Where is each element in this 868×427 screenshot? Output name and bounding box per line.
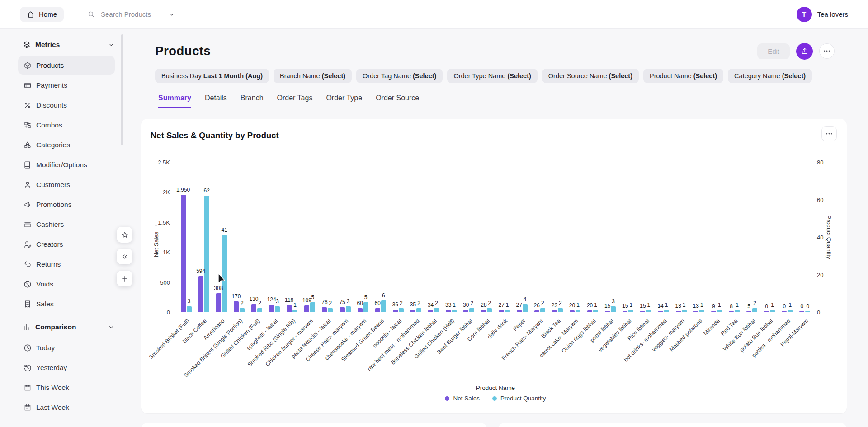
user-menu[interactable]: T Tea lovers — [797, 7, 848, 22]
sidebar-item-modifier-options[interactable]: Modifier/Options — [18, 155, 115, 174]
sidebar-item-last-week[interactable]: Last Week — [18, 398, 115, 417]
bar-product-quantity[interactable] — [628, 310, 633, 312]
sidebar-section-comparison[interactable]: Comparison — [18, 319, 118, 336]
sidebar-item-today[interactable]: Today — [18, 338, 115, 357]
bar-product-quantity[interactable] — [788, 310, 793, 312]
filter-business-day[interactable]: Business Day Last 1 Month (Aug) — [155, 69, 269, 83]
bar-net-sales[interactable] — [216, 293, 221, 312]
bar-net-sales[interactable] — [746, 311, 751, 312]
bar-product-quantity[interactable] — [805, 311, 810, 312]
filter-order-source-name[interactable]: Order Source Name (Select) — [542, 69, 639, 83]
sidebar-item-voids[interactable]: Voids — [18, 275, 115, 293]
bar-product-quantity[interactable] — [346, 306, 351, 312]
sidebar-item-yesterday[interactable]: Yesterday — [18, 358, 115, 377]
bar-product-quantity[interactable] — [416, 308, 421, 312]
bar-product-quantity[interactable] — [469, 308, 474, 312]
sidebar-item-this-week[interactable]: This Week — [18, 378, 115, 397]
bar-net-sales[interactable] — [499, 310, 504, 312]
search-chevron-slot[interactable] — [168, 11, 175, 18]
legend-item-product-quantity[interactable]: Product Quantity — [492, 395, 546, 402]
bar-net-sales[interactable] — [428, 310, 433, 312]
bar-product-quantity[interactable] — [664, 310, 669, 312]
bar-product-quantity[interactable] — [187, 306, 192, 312]
sidebar-item-creators[interactable]: Creators — [18, 235, 115, 253]
bar-product-quantity[interactable] — [699, 310, 704, 312]
bar-net-sales[interactable] — [446, 310, 451, 312]
bar-net-sales[interactable] — [605, 311, 610, 312]
bar-product-quantity[interactable] — [328, 308, 333, 312]
bar-net-sales[interactable] — [711, 311, 716, 312]
bar-net-sales[interactable] — [693, 311, 698, 312]
bar-net-sales[interactable] — [782, 311, 787, 312]
avatar[interactable]: T — [797, 7, 812, 22]
page-more-button[interactable] — [819, 43, 835, 59]
bar-product-quantity[interactable] — [576, 310, 580, 312]
add-button[interactable] — [117, 271, 132, 286]
sidebar-item-cashiers[interactable]: Cashiers — [18, 215, 115, 234]
bar-product-quantity[interactable] — [735, 310, 740, 312]
sidebar-item-products[interactable]: Products — [18, 56, 115, 75]
bar-net-sales[interactable] — [640, 311, 645, 312]
bar-product-quantity[interactable] — [646, 310, 651, 312]
sidebar-item-sales[interactable]: Sales — [18, 295, 115, 313]
bar-net-sales[interactable] — [587, 310, 592, 312]
bar-net-sales[interactable] — [410, 310, 415, 312]
bar-product-quantity[interactable] — [434, 308, 439, 312]
bar-product-quantity[interactable] — [717, 310, 722, 312]
bar-product-quantity[interactable] — [292, 310, 297, 312]
bar-net-sales[interactable] — [269, 305, 274, 312]
bar-product-quantity[interactable] — [540, 308, 545, 312]
bar-net-sales[interactable] — [534, 310, 539, 312]
sidebar-scrollbar[interactable] — [121, 34, 123, 145]
bar-net-sales[interactable] — [375, 308, 380, 312]
bar-net-sales[interactable] — [517, 310, 522, 312]
collapse-sidebar-button[interactable] — [117, 249, 132, 264]
sidebar-item-payments[interactable]: Payments — [18, 76, 115, 94]
bar-product-quantity[interactable] — [770, 310, 775, 312]
bar-product-quantity[interactable] — [593, 310, 598, 312]
tab-branch[interactable]: Branch — [241, 94, 264, 108]
bar-net-sales[interactable] — [676, 311, 681, 312]
edit-button[interactable]: Edit — [757, 43, 790, 59]
export-button[interactable] — [796, 43, 813, 60]
tab-details[interactable]: Details — [205, 94, 227, 108]
bar-net-sales[interactable] — [463, 310, 468, 312]
bar-product-quantity[interactable] — [204, 196, 209, 312]
sidebar-item-returns[interactable]: Returns — [18, 255, 115, 273]
bar-net-sales[interactable] — [799, 311, 804, 312]
tab-summary[interactable]: Summary — [158, 94, 191, 108]
bar-net-sales[interactable] — [481, 310, 486, 312]
tab-order-source[interactable]: Order Source — [376, 94, 419, 108]
filter-order-type-name[interactable]: Order Type Name (Select) — [447, 69, 537, 83]
bar-product-quantity[interactable] — [487, 308, 492, 312]
filter-product-name[interactable]: Product Name (Select) — [643, 69, 723, 83]
bar-net-sales[interactable] — [570, 310, 575, 312]
bar-net-sales[interactable] — [393, 310, 398, 312]
bar-product-quantity[interactable] — [452, 310, 457, 312]
favorite-button[interactable] — [117, 227, 132, 243]
bar-product-quantity[interactable] — [399, 308, 404, 312]
bar-net-sales[interactable] — [181, 195, 186, 312]
legend-item-net-sales[interactable]: Net Sales — [445, 395, 480, 402]
bar-net-sales[interactable] — [623, 311, 627, 312]
tab-order-tags[interactable]: Order Tags — [277, 94, 313, 108]
filter-category-name[interactable]: Category Name (Select) — [728, 69, 812, 83]
search-input[interactable]: Search Products — [87, 10, 175, 19]
tab-order-type[interactable]: Order Type — [326, 94, 362, 108]
sidebar-item-promotions[interactable]: Promotions — [18, 195, 115, 214]
sidebar-item-customers[interactable]: Customers — [18, 175, 115, 194]
bar-net-sales[interactable] — [358, 308, 363, 312]
bar-product-quantity[interactable] — [222, 235, 227, 312]
bar-product-quantity[interactable] — [682, 310, 687, 312]
bar-product-quantity[interactable] — [257, 308, 262, 312]
bar-net-sales[interactable] — [340, 307, 345, 312]
bar-product-quantity[interactable] — [505, 310, 510, 312]
filter-order-tag-name[interactable]: Order Tag Name (Select) — [356, 69, 443, 83]
bar-product-quantity[interactable] — [275, 306, 280, 312]
bar-net-sales[interactable] — [764, 311, 769, 312]
sidebar-item-discounts[interactable]: Discounts — [18, 96, 115, 114]
chart-more-button[interactable] — [821, 126, 837, 141]
sidebar-section-metrics[interactable]: Metrics — [18, 36, 118, 53]
sidebar-item-categories[interactable]: Categories — [18, 136, 115, 154]
bar-product-quantity[interactable] — [240, 308, 245, 312]
